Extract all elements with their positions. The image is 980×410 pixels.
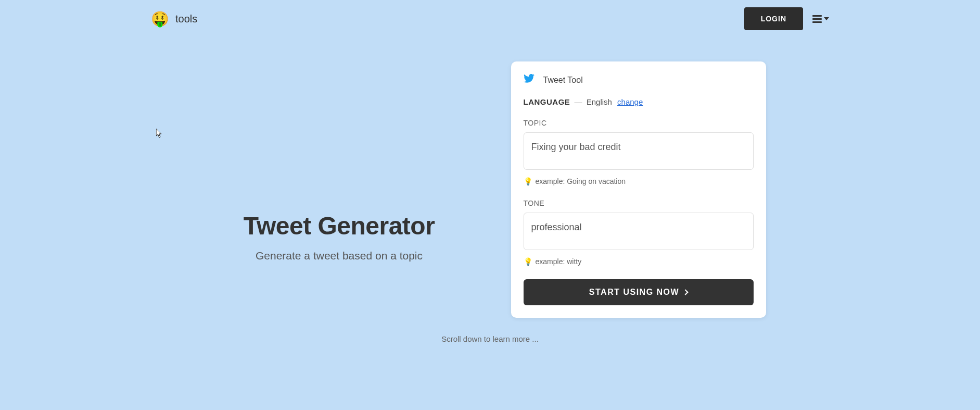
start-using-now-button[interactable]: START USING NOW — [524, 279, 754, 305]
login-button[interactable]: LOGIN — [744, 7, 803, 30]
tone-hint: example: witty — [536, 257, 582, 266]
page-subtitle: Generate a tweet based on a topic — [256, 250, 423, 262]
page-title: Tweet Generator — [244, 212, 435, 240]
logo-text: tools — [175, 13, 197, 25]
bulb-icon: 💡 — [524, 177, 532, 185]
tone-label: TONE — [524, 199, 754, 207]
topic-input[interactable] — [524, 132, 754, 170]
language-value: English — [587, 97, 612, 106]
card-title: Tweet Tool — [543, 76, 583, 85]
change-language-link[interactable]: change — [617, 97, 643, 106]
money-face-icon: 🤑 — [151, 10, 169, 28]
topic-label: TOPIC — [524, 119, 754, 127]
topic-hint: example: Going on vacation — [536, 177, 626, 185]
chevron-down-icon — [824, 17, 829, 20]
tweet-tool-card: Tweet Tool LANGUAGE — English change TOP… — [511, 61, 766, 318]
language-label: LANGUAGE — [524, 97, 570, 106]
language-separator: — — [575, 97, 582, 106]
scroll-hint: Scroll down to learn more ... — [0, 334, 980, 343]
hamburger-icon — [812, 15, 822, 23]
chevron-right-icon — [682, 289, 688, 295]
menu-toggle[interactable] — [812, 15, 829, 23]
twitter-icon — [524, 74, 535, 86]
bulb-icon: 💡 — [524, 257, 532, 266]
cta-label: START USING NOW — [589, 288, 679, 297]
tone-input[interactable] — [524, 213, 754, 250]
logo[interactable]: 🤑 tools — [151, 10, 197, 28]
